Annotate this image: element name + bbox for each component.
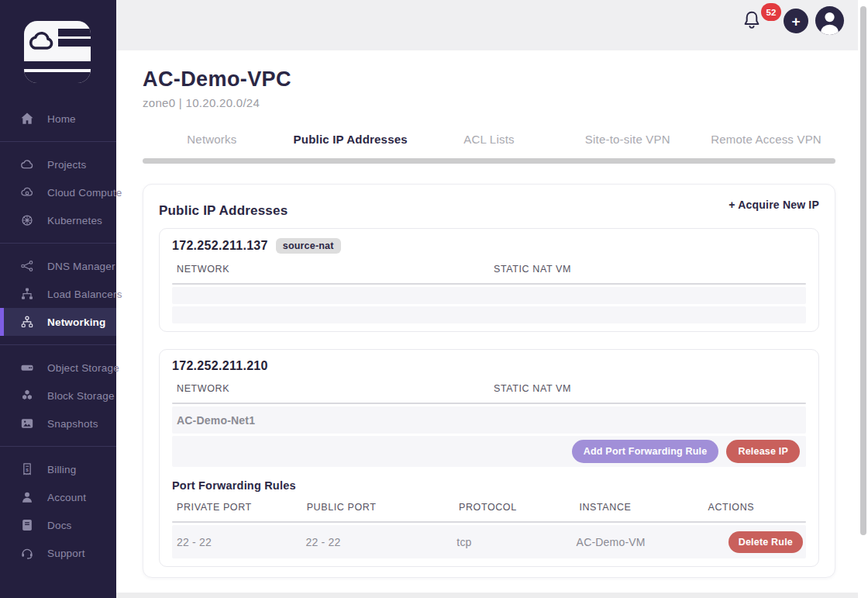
ip-address: 172.252.211.137 [172,239,268,253]
support-icon [19,545,35,561]
block-storage-icon [19,388,35,403]
ip-card-172-252-211-137: 172.252.211.137 source-nat NETWORK STATI… [159,228,819,332]
page-title: AC-Demo-VPC [143,67,835,92]
page-subtitle: zone0 | 10.20.20.0/24 [143,96,835,109]
table-row [172,287,806,304]
sidebar-item-label: Snapshots [47,418,98,430]
card-actions-row: Add Port Forwarding Rule Release IP [172,436,806,467]
sidebar-item-label: Billing [47,464,76,475]
sidebar-divider [0,141,116,142]
tab-site-to-site-vpn[interactable]: Site-to-site VPN [558,130,697,149]
sidebar-item-label: Kubernetes [47,215,102,226]
sidebar-item-cloud-compute[interactable]: Cloud Compute [0,178,116,206]
sidebar-item-dns-manager[interactable]: DNS Manager [0,252,116,280]
cloud-compute-icon [19,185,35,200]
snapshots-icon [19,416,35,431]
table-divider [172,283,806,285]
sidebar-item-label: Cloud Compute [47,187,122,199]
sidebar-item-label: Docs [47,520,72,531]
sidebar-item-label: Networking [47,316,106,328]
ip-card-172-252-211-210: 172.252.211.210 NETWORK STATIC NAT VM AC… [159,349,819,567]
vertical-scrollbar-thumb[interactable] [860,6,866,535]
table-divider [172,521,806,523]
object-storage-icon [19,360,35,375]
sidebar-divider [0,446,116,447]
tabs-scroll-bar [143,158,835,164]
vertical-scrollbar-track [858,0,868,598]
tab-public-ip-addresses[interactable]: Public IP Addresses [281,130,420,149]
svg-text:$: $ [26,467,29,472]
sidebar-item-label: Support [47,548,85,559]
notifications-bell-icon[interactable] [741,9,763,32]
ip-address: 172.252.211.210 [172,359,268,373]
sidebar-item-label: Projects [47,159,86,171]
top-bar: 52 + [116,0,868,50]
source-nat-badge: source-nat [276,238,341,254]
cloud-server-logo-icon [24,21,91,83]
sidebar-item-home[interactable]: Home [0,105,116,133]
delete-rule-button[interactable]: Delete Rule [728,531,803,553]
networking-icon [19,314,35,330]
sidebar-item-object-storage[interactable]: Object Storage [0,354,116,382]
public-port-cell: 22 - 22 [305,536,456,548]
plus-icon: + [791,14,800,29]
port-forwarding-rule-row: 22 - 22 22 - 22 tcp AC-Demo-VM Delete Ru… [172,525,806,558]
sidebar-item-label: Account [47,492,86,503]
sidebar-item-support[interactable]: Support [0,539,116,567]
kubernetes-icon [19,213,35,228]
port-forwarding-rules-title: Port Forwarding Rules [172,479,806,492]
protocol-cell: tcp [456,536,576,548]
sidebar-item-account[interactable]: Account [0,483,116,511]
sidebar-item-label: DNS Manager [47,261,115,272]
create-new-button[interactable]: + [784,9,808,33]
column-header-protocol: PROTOCOL [454,492,574,521]
sidebar-item-kubernetes[interactable]: Kubernetes [0,206,116,234]
tab-acl-lists[interactable]: ACL Lists [420,130,559,149]
public-ip-addresses-panel: Public IP Addresses + Acquire New IP 172… [143,184,835,578]
column-header-instance: INSTANCE [574,492,703,521]
docs-icon [19,517,35,533]
sidebar-item-projects[interactable]: Projects [0,150,116,178]
sidebar-item-label: Load Balancers [47,289,122,300]
column-header-network: NETWORK [172,254,489,283]
sidebar-divider [0,344,116,345]
notification-count-badge: 52 [761,3,781,21]
column-header-actions: ACTIONS [703,492,806,521]
app-logo[interactable] [24,21,116,86]
account-icon [19,489,35,505]
private-port-cell: 22 - 22 [177,536,305,548]
main-area: AC-Demo-VPC zone0 | 10.20.20.0/24 Networ… [116,50,868,598]
column-header-static-nat-vm: STATIC NAT VM [489,254,806,283]
horizontal-scrollbar-track [116,593,868,598]
sidebar-item-load-balancers[interactable]: Load Balancers [0,280,116,308]
user-avatar[interactable] [815,5,845,36]
sidebar-nav: Home Projects Cloud Compute Kubernetes [0,105,116,567]
sidebar: Home Projects Cloud Compute Kubernetes [0,0,116,598]
tab-networks[interactable]: Networks [143,130,281,149]
sidebar-item-docs[interactable]: Docs [0,511,116,539]
sidebar-item-label: Object Storage [47,362,119,374]
acquire-new-ip-link[interactable]: + Acquire New IP [728,199,819,211]
sidebar-item-label: Block Storage [47,390,115,402]
column-header-private-port: PRIVATE PORT [172,492,302,521]
load-balancers-icon [19,286,35,302]
tab-bar: Networks Public IP Addresses ACL Lists S… [143,130,835,149]
billing-icon: $ [19,461,35,477]
panel-title: Public IP Addresses [159,199,288,219]
tab-remote-access-vpn[interactable]: Remote Access VPN [697,130,835,149]
app-window: Home Projects Cloud Compute Kubernetes [0,0,868,598]
column-header-network: NETWORK [172,373,489,403]
sidebar-divider [0,243,116,244]
table-divider [172,403,806,404]
column-header-public-port: PUBLIC PORT [302,492,454,521]
add-port-forwarding-rule-button[interactable]: Add Port Forwarding Rule [572,440,719,463]
sidebar-item-networking[interactable]: Networking [0,308,116,336]
network-cell: AC-Demo-Net1 [177,414,491,427]
projects-icon [19,157,35,172]
sidebar-item-snapshots[interactable]: Snapshots [0,410,116,437]
dns-manager-icon [19,258,35,274]
sidebar-item-block-storage[interactable]: Block Storage [0,382,116,410]
release-ip-button[interactable]: Release IP [726,440,800,463]
home-icon [19,111,35,126]
sidebar-item-billing[interactable]: $ Billing [0,455,116,483]
